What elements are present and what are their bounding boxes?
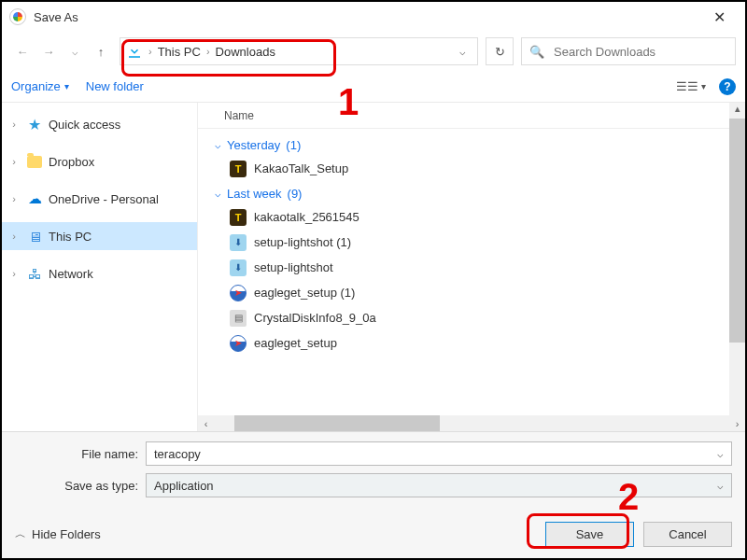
chevron-down-icon[interactable]: ⌵ [717, 480, 724, 492]
save-as-type-select[interactable]: Application ⌵ [146, 473, 732, 497]
file-item[interactable]: T KakaoTalk_Setup [209, 156, 745, 181]
file-item[interactable]: setup-lightshot [209, 255, 745, 280]
chevron-right-icon[interactable]: › [7, 156, 21, 167]
file-item[interactable]: T kakaotalk_2561545 [209, 204, 745, 230]
help-button[interactable]: ? [719, 78, 736, 95]
forward-button[interactable]: → [37, 40, 60, 63]
sidebar-item-label: Dropbox [49, 155, 94, 169]
chevron-right-icon[interactable]: › [7, 268, 21, 279]
toolbar: Organize▾ New folder ☰☰ ▾ ? [2, 71, 745, 103]
installer-icon [230, 234, 247, 251]
file-item[interactable]: setup-lightshot (1) [209, 230, 745, 255]
search-box[interactable]: 🔍 [521, 37, 736, 65]
sidebar-item-network[interactable]: › 🖧 Network [2, 259, 197, 287]
file-item[interactable]: ➤ eagleget_setup [209, 330, 745, 356]
kakaotalk-icon: T [230, 161, 247, 177]
group-header-last-week[interactable]: ⌵ Last week (9) [209, 181, 745, 204]
cancel-button[interactable]: Cancel [643, 522, 732, 547]
breadcrumb-item[interactable]: Downloads [216, 45, 275, 59]
back-button[interactable]: ← [11, 40, 34, 63]
downloads-folder-icon [126, 43, 143, 60]
nav-row: ← → ⌵ ↑ › This PC › Downloads ⌵ ↻ 🔍 [2, 32, 745, 71]
chrome-icon [9, 8, 26, 25]
scroll-right-icon[interactable]: › [729, 418, 745, 429]
scrollbar-thumb[interactable] [234, 415, 440, 431]
chevron-right-icon[interactable]: › [7, 193, 21, 204]
close-button[interactable]: ✕ [700, 8, 738, 26]
hide-folders-button[interactable]: ︿ Hide Folders [15, 526, 101, 542]
chevron-right-icon[interactable]: › [7, 231, 21, 242]
crystaldiskinfo-icon: ▤ [230, 310, 247, 327]
save-as-type-label: Save as type: [15, 479, 138, 493]
filename-label: File name: [15, 447, 138, 461]
save-as-dialog: Save As ✕ ← → ⌵ ↑ › This PC › Downloads … [0, 0, 747, 560]
file-item[interactable]: ▤ CrystalDiskInfo8_9_0a [209, 305, 745, 330]
file-list: Name ⌵ Yesterday (1) T KakaoTalk_Setup ⌵… [198, 103, 745, 431]
sidebar-item-label: Network [49, 267, 93, 281]
chevron-down-icon: ⌵ [215, 188, 221, 200]
chevron-up-icon: ︿ [15, 526, 26, 542]
sidebar-item-quick-access[interactable]: › ★ Quick access [2, 110, 197, 138]
chevron-down-icon: ⌵ [215, 139, 221, 151]
recent-locations-button[interactable]: ⌵ [63, 40, 86, 63]
breadcrumb[interactable]: › This PC › Downloads ⌵ [120, 37, 478, 65]
scroll-up-icon[interactable]: ▴ [729, 103, 745, 119]
filename-input[interactable]: teracopy ⌵ [146, 441, 732, 466]
breadcrumb-item[interactable]: This PC [158, 45, 201, 59]
sidebar-item-this-pc[interactable]: › 🖥 This PC [2, 222, 197, 250]
cloud-icon: ☁ [26, 190, 43, 207]
sidebar-item-label: This PC [49, 230, 92, 244]
chevron-right-icon: › [148, 46, 152, 57]
chevron-down-icon[interactable]: ⌵ [717, 448, 724, 460]
list-view-icon: ☰☰ [676, 79, 698, 93]
group-header-yesterday[interactable]: ⌵ Yesterday (1) [209, 133, 745, 156]
column-header-name[interactable]: Name [198, 103, 745, 129]
view-options-button[interactable]: ☰☰ ▾ [676, 79, 706, 93]
breadcrumb-dropdown[interactable]: ⌵ [454, 46, 472, 58]
star-icon: ★ [26, 116, 43, 133]
kakaotalk-icon: T [230, 209, 247, 226]
folder-icon [26, 153, 43, 170]
sidebar-item-onedrive[interactable]: › ☁ OneDrive - Personal [2, 185, 197, 213]
chevron-right-icon[interactable]: › [7, 119, 21, 130]
refresh-button[interactable]: ↻ [486, 37, 514, 65]
chevron-right-icon: › [206, 46, 210, 57]
installer-icon [230, 259, 247, 276]
organize-menu[interactable]: Organize▾ [11, 79, 69, 93]
file-item[interactable]: ➤ eagleget_setup (1) [209, 280, 745, 305]
scrollbar-thumb[interactable] [729, 119, 745, 343]
sidebar-item-label: OneDrive - Personal [49, 192, 159, 206]
vertical-scrollbar[interactable]: ▴ [729, 103, 745, 415]
network-icon: 🖧 [26, 265, 43, 282]
search-input[interactable] [552, 44, 727, 60]
scroll-left-icon[interactable]: ‹ [198, 418, 214, 429]
new-folder-button[interactable]: New folder [86, 79, 144, 93]
sidebar-item-dropbox[interactable]: › Dropbox [2, 147, 197, 175]
eagleget-icon: ➤ [230, 285, 247, 301]
horizontal-scrollbar[interactable]: ‹ › [198, 415, 745, 431]
titlebar: Save As ✕ [2, 2, 745, 32]
sidebar: › ★ Quick access › Dropbox › ☁ OneDrive … [2, 103, 198, 431]
up-button[interactable]: ↑ [90, 40, 112, 63]
search-icon: 🔍 [529, 45, 544, 59]
save-button[interactable]: Save [545, 522, 634, 547]
window-title: Save As [34, 10, 78, 24]
bottom-panel: File name: teracopy ⌵ Save as type: Appl… [2, 431, 745, 558]
sidebar-item-label: Quick access [49, 118, 120, 132]
pc-icon: 🖥 [26, 228, 43, 245]
eagleget-icon: ➤ [230, 335, 247, 352]
